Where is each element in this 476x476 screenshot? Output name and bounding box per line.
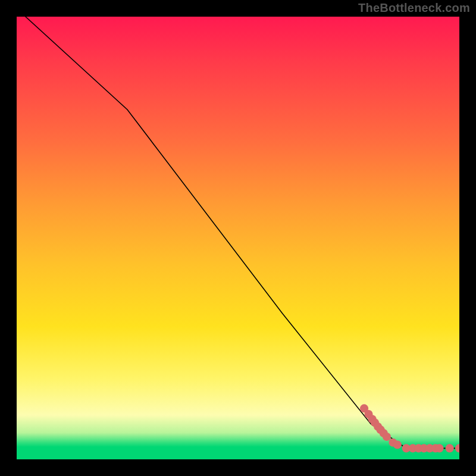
- scatter-point: [393, 440, 402, 449]
- plot-area: [17, 17, 459, 459]
- scatter-point: [455, 444, 459, 452]
- scatter-point: [383, 433, 391, 441]
- chart-svg: [17, 17, 459, 459]
- scatter-cluster: [360, 404, 459, 452]
- black-curve: [26, 17, 459, 448]
- chart-frame: TheBottleneck.com: [0, 0, 476, 476]
- scatter-point: [446, 444, 454, 452]
- watermark-text: TheBottleneck.com: [358, 1, 470, 15]
- scatter-point: [435, 444, 443, 452]
